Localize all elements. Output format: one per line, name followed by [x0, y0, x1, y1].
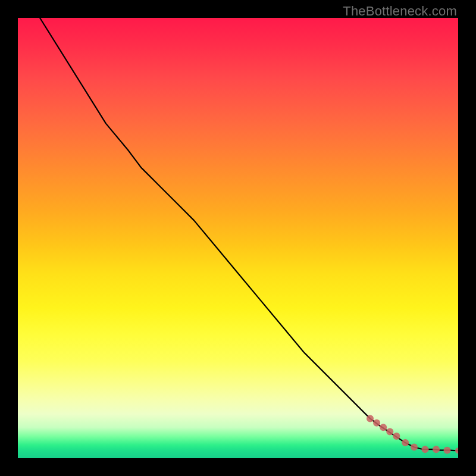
curve-overlay — [18, 18, 458, 458]
marker-dot — [433, 446, 440, 453]
bottleneck-curve-path — [40, 18, 458, 450]
marker-dot — [367, 415, 374, 422]
marker-dot — [386, 428, 393, 436]
marker-dot — [373, 419, 380, 427]
plot-area — [18, 18, 458, 458]
marker-dot — [455, 447, 458, 453]
marker-dot — [422, 446, 429, 453]
marker-dot — [402, 439, 409, 446]
marker-dot — [411, 444, 418, 451]
marker-dot — [444, 447, 451, 454]
watermark-text: TheBottleneck.com — [343, 4, 457, 19]
marker-dot — [393, 433, 400, 440]
marker-dot — [380, 424, 387, 431]
chart-stage: TheBottleneck.com — [0, 0, 476, 476]
